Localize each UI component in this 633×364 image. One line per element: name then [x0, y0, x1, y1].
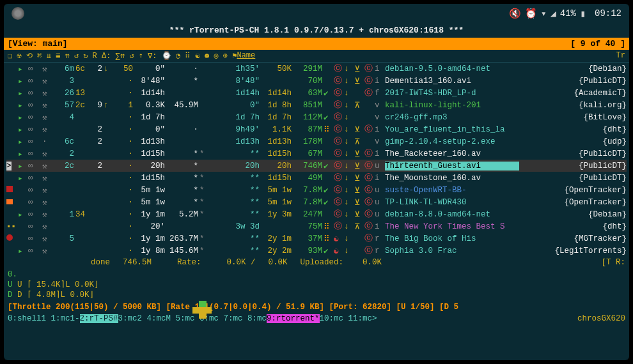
uploaded: * — [166, 198, 199, 207]
status5: v — [375, 101, 385, 110]
tracker-name: {Debian} — [519, 210, 627, 219]
status3-icon: ⊼ — [354, 100, 364, 110]
torrent-row[interactable]: ▸ ∞ ⚒ 6m 6c 2 ↓ 50 0″ · 1h35′ 50K 291M ⓒ… — [6, 63, 627, 75]
tracker-name: {OpenTracker} — [519, 198, 627, 207]
torrent-row[interactable]: ▸ ∞ ⚒ 1 34 · 1y 1m 5.2M * ** 1y 3m 247M … — [6, 208, 627, 220]
tracker-name: {kali.org} — [519, 101, 627, 110]
priority: · — [116, 234, 134, 243]
state-icon: ▸ — [18, 125, 28, 135]
peers: 9 — [93, 101, 104, 110]
battery-percent: 41% — [560, 8, 576, 19]
state-icon: ▸ — [18, 88, 28, 98]
status2-icon: ↓ — [344, 64, 354, 73]
torrent-row[interactable]: ▪▪ ∞ ⚒ · 20′ 3w 3d 75M ⠿ ⓒ ↓ ⊼ ⓒ i The N… — [6, 220, 627, 232]
torrent-row[interactable]: ∞ ⚒ 5 · 1y 1m 263.7M * ** 2y 1m 37M ⠿ ☯ … — [6, 232, 627, 245]
up-time: 0.3K — [134, 101, 166, 110]
priority: · — [116, 125, 134, 134]
size: 291M — [293, 64, 324, 73]
priority: · — [116, 186, 134, 195]
ratio: 3 — [56, 77, 75, 86]
up-time: 5m 1w — [134, 186, 166, 195]
torrent-row[interactable]: ▸ ∞ ⚒ 3 · 8′48″ * 8′48″ 70M ⓒ ↓ ⊻ ⓒ i De… — [6, 75, 627, 87]
torrent-row[interactable]: ▸ ∞ ⚒ 26 13 · 1d14h 1d14h 1d14h 63M ✔ ⓒ … — [6, 87, 627, 99]
priority: · — [116, 89, 134, 98]
priority: · — [116, 162, 134, 171]
flag-icon: ✔ — [324, 161, 334, 171]
tmux-bar[interactable]: 0:shell1 1:mc1- 2:rT-PS# 3:mc2 4:mcM 5:m… — [4, 313, 629, 324]
status4-icon: ⓒ — [364, 148, 375, 159]
tracker-name: {OpenTracker} — [519, 186, 627, 195]
status3-icon: ⊻ — [354, 76, 364, 86]
tmux-win-0[interactable]: 0:shell1 1:mc1- — [8, 314, 80, 323]
rate: 1d15h — [261, 174, 293, 183]
status2-icon: ↓ — [344, 246, 354, 255]
infinite-icon: ∞ — [28, 162, 42, 171]
up-time: 20′ — [134, 222, 166, 231]
size: 7.8M — [293, 186, 324, 195]
state-icon: ▸ — [18, 137, 28, 147]
infinite-icon: ∞ — [28, 137, 42, 146]
pickaxe-icon: ⚒ — [42, 100, 56, 110]
torrent-row[interactable]: ▸ ∞ ⚒ 2 · 0″ · 9h49′ 1.1K 87M ⠿ ⓒ ↓ ⊻ ⓒ … — [6, 123, 627, 135]
status1-icon: ⓒ — [334, 112, 344, 123]
priority: · — [116, 222, 134, 231]
uploaded: 5.2M — [166, 210, 199, 219]
status2-icon: ↓ — [344, 101, 354, 110]
torrent-row[interactable]: > ▸ ∞ ⚒ 2c 2 · 20h * 20h 20h 746M ✔ ⓒ ↓ … — [6, 160, 627, 172]
status4-icon: ⓒ — [364, 245, 375, 256]
arrow-icon: ↓ — [104, 64, 116, 73]
status3-icon: ⊻ — [354, 209, 364, 220]
torrent-row[interactable]: ▸ ∞ ⚒ 57 2c 9 ↑ 1 0.3K 45.9M 0″ 1d 8h 85… — [6, 99, 627, 111]
status3-icon: ⊻ — [354, 149, 364, 159]
torrent-list[interactable]: ▸ ∞ ⚒ 6m 6c 2 ↓ 50 0″ · 1h35′ 50K 291M ⓒ… — [4, 63, 629, 257]
ratio: 2 — [56, 149, 75, 158]
rate: 1d14h — [261, 89, 293, 98]
size: 49M — [293, 174, 324, 183]
infinite-icon: ∞ — [28, 222, 42, 231]
status2-icon: ↓ — [344, 234, 354, 243]
tmux-wins-end[interactable]: 10:mc 11:mc> — [320, 314, 377, 323]
alarm-icon: ⏰ — [525, 8, 537, 20]
signal-icon: ◢ — [551, 8, 556, 20]
torrent-row[interactable]: ▸ ∞ ⚒ · 1d15h * * ** 1d15h 49M ⓒ ↓ ⊻ ⓒ i… — [6, 172, 627, 184]
status5: u — [375, 210, 385, 219]
status4-icon: ⓒ — [364, 63, 375, 74]
status3-icon: ⊼ — [354, 222, 364, 232]
torrent-name: The_Racketeer_160.av — [385, 149, 519, 158]
torrent-row[interactable]: ▸ ∞ · 6c 2 · 1d13h 1d13h 1d13h 178M ⓒ ↓ … — [6, 135, 627, 148]
torrent-row[interactable]: ▸ ∞ ⚒ 2 · 1d15h * * ** 1d15h 67M ⓒ ↓ ⊻ ⓒ… — [6, 148, 627, 160]
status2-icon: ↓ — [344, 77, 354, 86]
tmux-win-active-prev[interactable]: 2:rT-PS# — [80, 314, 118, 323]
chunks: 6c — [75, 64, 93, 73]
status5: r — [375, 246, 385, 255]
torrent-row[interactable]: ∞ ⚒ · 5m 1w * * ** 5m 1w 7.8M ✔ ⓒ ↓ ⊻ ⓒ … — [6, 196, 627, 208]
state-icon: ▸ — [18, 173, 28, 183]
size: 178M — [293, 137, 324, 146]
flag-icon: ⠿ — [324, 125, 334, 135]
wifi-icon: ▾ — [541, 8, 547, 20]
row-marker: > — [6, 162, 18, 171]
torrent-row[interactable]: ∞ ⚒ · 5m 1w * * ** 5m 1w 7.8M ✔ ⓒ ↓ ⊻ ⓒ … — [6, 184, 627, 196]
status4-icon: ⓒ — [364, 75, 375, 86]
view-pager: [ 9 of 40 ] — [570, 39, 625, 49]
eta: ** — [225, 198, 261, 207]
star-icon: * — [199, 186, 215, 195]
header-name: Name — [237, 51, 255, 61]
torrent-name: gimp-2.10.4-setup-2.exe — [385, 137, 519, 146]
peers: 2 — [93, 162, 104, 171]
torrent-row[interactable]: ▸ ∞ ⚒ 4 · 1d 7h 1d 7h 1d 7h 112M ✔ ⓒ ↓ v… — [6, 111, 627, 123]
infinite-icon: ∞ — [28, 149, 42, 158]
ratio: 5 — [56, 234, 75, 243]
tmux-win-current[interactable]: 9:rtorrent* — [267, 314, 320, 323]
priority: · — [116, 137, 134, 146]
pickaxe-icon: ⚒ — [42, 234, 56, 244]
tracker-name: {dht} — [519, 222, 627, 231]
infinite-icon: ∞ — [28, 210, 42, 219]
torrent-name: Dementia13_160.avi — [385, 77, 519, 86]
status1-icon: ☯ — [334, 246, 344, 256]
size: 746M — [293, 162, 324, 171]
eta: ** — [225, 210, 261, 219]
ratio: 1 — [56, 210, 75, 219]
uploaded: * — [166, 174, 199, 183]
torrent-row[interactable]: ▸ ∞ ⚒ · 1y 8m 145.6M * ** 2y 2m 93M ✔ ☯ … — [6, 245, 627, 257]
